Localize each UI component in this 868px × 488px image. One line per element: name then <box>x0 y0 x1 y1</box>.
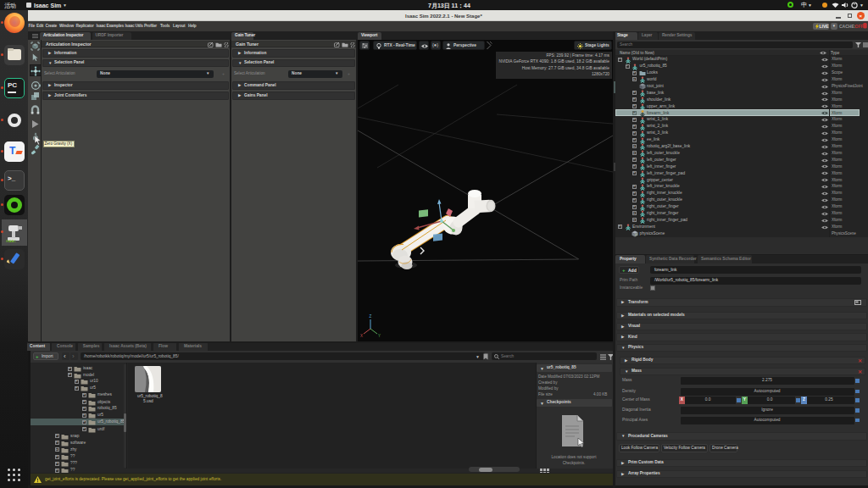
svg-text:ISAAC: ISAAC <box>6 239 16 243</box>
svg-text:Y: Y <box>378 334 381 338</box>
svg-text:X: X <box>360 334 363 338</box>
svg-text:Z: Z <box>370 314 372 319</box>
